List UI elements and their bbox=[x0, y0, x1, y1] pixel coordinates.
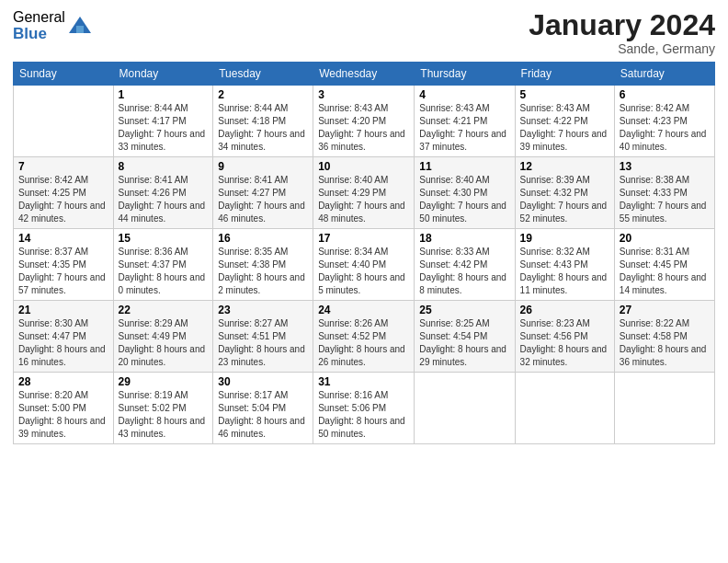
day-number: 5 bbox=[520, 88, 609, 101]
sunset-text: Sunset: 4:40 PM bbox=[318, 259, 409, 271]
sunset-text: Sunset: 4:38 PM bbox=[218, 259, 308, 271]
day-number: 21 bbox=[18, 304, 108, 316]
day-info: Sunrise: 8:37 AMSunset: 4:35 PMDaylight:… bbox=[18, 246, 108, 297]
day-number: 17 bbox=[318, 232, 409, 245]
calendar-cell: 6Sunrise: 8:42 AMSunset: 4:23 PMDaylight… bbox=[614, 86, 714, 157]
sunset-text: Sunset: 4:20 PM bbox=[318, 115, 409, 128]
sunrise-text: Sunrise: 8:42 AM bbox=[18, 174, 108, 187]
sunrise-text: Sunrise: 8:20 AM bbox=[18, 389, 108, 402]
calendar-cell: 3Sunrise: 8:43 AMSunset: 4:20 PMDaylight… bbox=[313, 86, 415, 157]
calendar-cell: 15Sunrise: 8:36 AMSunset: 4:37 PMDayligh… bbox=[113, 229, 213, 301]
sunset-text: Sunset: 4:42 PM bbox=[419, 259, 509, 271]
day-info: Sunrise: 8:41 AMSunset: 4:26 PMDaylight:… bbox=[119, 174, 209, 225]
calendar-row-0: 1Sunrise: 8:44 AMSunset: 4:17 PMDaylight… bbox=[14, 86, 715, 157]
daylight-text: Daylight: 7 hours and 46 minutes. bbox=[218, 200, 308, 225]
calendar-cell: 30Sunrise: 8:17 AMSunset: 5:04 PMDayligh… bbox=[213, 373, 313, 444]
day-number: 31 bbox=[318, 375, 409, 388]
day-info: Sunrise: 8:16 AMSunset: 5:06 PMDaylight:… bbox=[318, 389, 409, 441]
calendar-table: Sunday Monday Tuesday Wednesday Thursday… bbox=[13, 62, 715, 444]
day-number: 24 bbox=[318, 304, 409, 316]
col-sunday: Sunday bbox=[14, 63, 114, 86]
calendar-header: Sunday Monday Tuesday Wednesday Thursday… bbox=[14, 63, 715, 86]
day-number: 13 bbox=[620, 160, 710, 173]
sunrise-text: Sunrise: 8:40 AM bbox=[318, 174, 409, 187]
daylight-text: Daylight: 7 hours and 33 minutes. bbox=[119, 128, 209, 154]
day-number: 29 bbox=[119, 375, 209, 388]
sunset-text: Sunset: 4:51 PM bbox=[218, 330, 308, 343]
day-number: 15 bbox=[119, 232, 209, 245]
sunrise-text: Sunrise: 8:43 AM bbox=[520, 102, 609, 115]
weekday-row: Sunday Monday Tuesday Wednesday Thursday… bbox=[14, 63, 715, 86]
day-number: 10 bbox=[318, 160, 409, 173]
sunrise-text: Sunrise: 8:44 AM bbox=[119, 102, 209, 115]
col-tuesday: Tuesday bbox=[213, 63, 313, 86]
daylight-text: Daylight: 8 hours and 11 minutes. bbox=[520, 271, 609, 297]
daylight-text: Daylight: 7 hours and 40 minutes. bbox=[620, 128, 710, 154]
calendar-cell: 22Sunrise: 8:29 AMSunset: 4:49 PMDayligh… bbox=[113, 301, 213, 373]
sunrise-text: Sunrise: 8:26 AM bbox=[318, 317, 409, 330]
sunset-text: Sunset: 4:54 PM bbox=[419, 330, 509, 343]
daylight-text: Daylight: 7 hours and 37 minutes. bbox=[419, 128, 509, 154]
day-info: Sunrise: 8:22 AMSunset: 4:58 PMDaylight:… bbox=[620, 317, 710, 369]
daylight-text: Daylight: 8 hours and 43 minutes. bbox=[119, 415, 209, 441]
day-number: 27 bbox=[620, 304, 710, 316]
day-info: Sunrise: 8:41 AMSunset: 4:27 PMDaylight:… bbox=[218, 174, 308, 225]
day-info: Sunrise: 8:34 AMSunset: 4:40 PMDaylight:… bbox=[318, 246, 409, 297]
sunrise-text: Sunrise: 8:43 AM bbox=[318, 102, 409, 115]
day-number: 9 bbox=[218, 160, 308, 173]
day-info: Sunrise: 8:35 AMSunset: 4:38 PMDaylight:… bbox=[218, 246, 308, 297]
calendar-cell: 27Sunrise: 8:22 AMSunset: 4:58 PMDayligh… bbox=[614, 301, 714, 373]
daylight-text: Daylight: 8 hours and 5 minutes. bbox=[318, 271, 409, 297]
day-info: Sunrise: 8:38 AMSunset: 4:33 PMDaylight:… bbox=[620, 174, 710, 225]
day-number: 1 bbox=[119, 88, 209, 101]
calendar-cell: 4Sunrise: 8:43 AMSunset: 4:21 PMDaylight… bbox=[415, 86, 515, 157]
sunset-text: Sunset: 4:37 PM bbox=[119, 259, 209, 271]
day-number: 11 bbox=[419, 160, 509, 173]
calendar-cell: 9Sunrise: 8:41 AMSunset: 4:27 PMDaylight… bbox=[213, 157, 313, 229]
calendar-cell bbox=[614, 373, 714, 444]
sunset-text: Sunset: 4:29 PM bbox=[318, 187, 409, 200]
day-info: Sunrise: 8:25 AMSunset: 4:54 PMDaylight:… bbox=[419, 317, 509, 369]
sunrise-text: Sunrise: 8:32 AM bbox=[520, 246, 609, 259]
logo-general: General bbox=[13, 9, 65, 26]
daylight-text: Daylight: 7 hours and 57 minutes. bbox=[18, 271, 108, 297]
calendar-cell: 14Sunrise: 8:37 AMSunset: 4:35 PMDayligh… bbox=[14, 229, 114, 301]
day-number: 19 bbox=[520, 232, 609, 245]
sunset-text: Sunset: 4:26 PM bbox=[119, 187, 209, 200]
calendar-cell: 11Sunrise: 8:40 AMSunset: 4:30 PMDayligh… bbox=[415, 157, 515, 229]
daylight-text: Daylight: 8 hours and 14 minutes. bbox=[620, 271, 710, 297]
sunrise-text: Sunrise: 8:16 AM bbox=[318, 389, 409, 402]
logo-area: General Blue bbox=[13, 9, 93, 42]
sunrise-text: Sunrise: 8:33 AM bbox=[419, 246, 509, 259]
day-number: 18 bbox=[419, 232, 509, 245]
day-info: Sunrise: 8:33 AMSunset: 4:42 PMDaylight:… bbox=[419, 246, 509, 297]
day-info: Sunrise: 8:29 AMSunset: 4:49 PMDaylight:… bbox=[119, 317, 209, 369]
day-info: Sunrise: 8:43 AMSunset: 4:20 PMDaylight:… bbox=[318, 102, 409, 154]
sunrise-text: Sunrise: 8:41 AM bbox=[218, 174, 308, 187]
sunset-text: Sunset: 4:56 PM bbox=[520, 330, 609, 343]
sunset-text: Sunset: 4:32 PM bbox=[520, 187, 609, 200]
daylight-text: Daylight: 7 hours and 50 minutes. bbox=[419, 200, 509, 225]
sunset-text: Sunset: 5:06 PM bbox=[318, 402, 409, 415]
sunrise-text: Sunrise: 8:36 AM bbox=[119, 246, 209, 259]
calendar-cell: 23Sunrise: 8:27 AMSunset: 4:51 PMDayligh… bbox=[213, 301, 313, 373]
sunset-text: Sunset: 4:45 PM bbox=[620, 259, 710, 271]
day-info: Sunrise: 8:40 AMSunset: 4:30 PMDaylight:… bbox=[419, 174, 509, 225]
daylight-text: Daylight: 8 hours and 29 minutes. bbox=[419, 343, 509, 369]
sunrise-text: Sunrise: 8:29 AM bbox=[119, 317, 209, 330]
day-number: 25 bbox=[419, 304, 509, 316]
daylight-text: Daylight: 7 hours and 36 minutes. bbox=[318, 128, 409, 154]
calendar-cell: 20Sunrise: 8:31 AMSunset: 4:45 PMDayligh… bbox=[614, 229, 714, 301]
sunrise-text: Sunrise: 8:41 AM bbox=[119, 174, 209, 187]
day-info: Sunrise: 8:42 AMSunset: 4:23 PMDaylight:… bbox=[620, 102, 710, 154]
calendar-cell: 17Sunrise: 8:34 AMSunset: 4:40 PMDayligh… bbox=[313, 229, 415, 301]
sunset-text: Sunset: 5:00 PM bbox=[18, 402, 108, 415]
sunset-text: Sunset: 4:58 PM bbox=[620, 330, 710, 343]
sunset-text: Sunset: 5:02 PM bbox=[119, 402, 209, 415]
sunset-text: Sunset: 4:18 PM bbox=[218, 115, 308, 128]
calendar-cell: 16Sunrise: 8:35 AMSunset: 4:38 PMDayligh… bbox=[213, 229, 313, 301]
sunset-text: Sunset: 4:33 PM bbox=[620, 187, 710, 200]
calendar-cell: 5Sunrise: 8:43 AMSunset: 4:22 PMDaylight… bbox=[515, 86, 614, 157]
page: General Blue January 2024 Sande, Germany… bbox=[0, 0, 728, 563]
sunrise-text: Sunrise: 8:44 AM bbox=[218, 102, 308, 115]
